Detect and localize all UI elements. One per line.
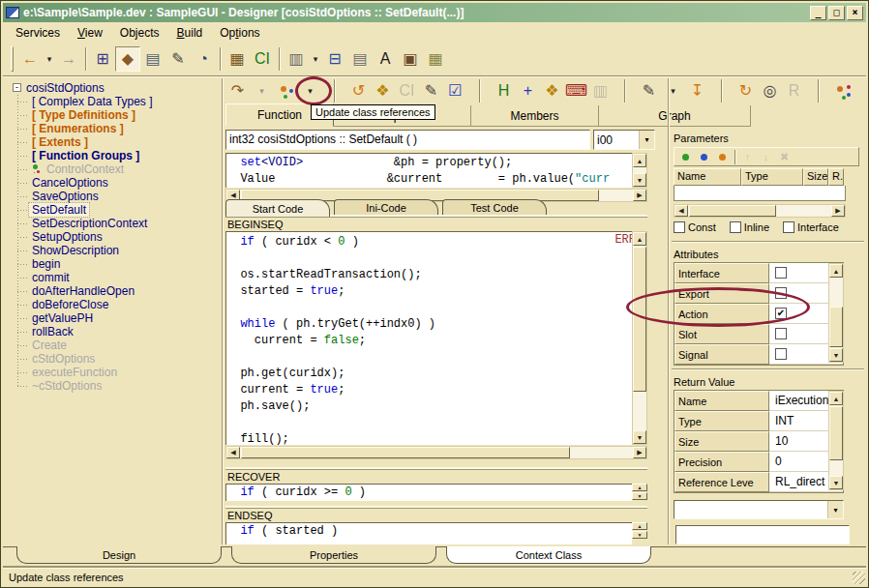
scroll-down-icon[interactable]: ▼ <box>633 430 646 444</box>
recover-spinner[interactable]: ▲ ▼ <box>632 484 647 500</box>
window-list-dropdown[interactable]: ▾ <box>309 46 322 72</box>
server-icon[interactable]: ▤ <box>347 46 373 72</box>
chevron-down-icon[interactable]: ▾ <box>639 131 654 149</box>
parameters-hscrollbar[interactable]: ◀ ▶ <box>674 204 846 218</box>
tree-item[interactable]: [ Function Groups ] <box>17 149 222 162</box>
attribute-checkbox[interactable] <box>775 348 787 360</box>
scroll-right-icon[interactable]: ▶ <box>831 205 845 217</box>
menu-options[interactable]: Options <box>211 24 268 42</box>
add-parameter-icon[interactable] <box>676 149 695 165</box>
font-icon[interactable]: A <box>373 46 398 72</box>
bottom-text-field[interactable] <box>675 525 850 544</box>
back-history-dropdown[interactable]: ▾ <box>43 46 56 72</box>
edit-document-icon[interactable]: ✎ <box>165 46 191 72</box>
hierarchy-icon[interactable]: ⊞ <box>90 46 115 72</box>
checkbox[interactable] <box>674 221 685 233</box>
tree-item[interactable]: CancelOptions <box>17 176 222 190</box>
scroll-left-icon[interactable]: ◀ <box>674 205 688 217</box>
open-context-dropdown[interactable]: ▾ <box>250 79 274 103</box>
resize-grip[interactable] <box>853 572 865 584</box>
back-icon[interactable]: ← <box>17 46 43 72</box>
code-hscrollbar[interactable]: ◀ ▶ <box>225 446 647 459</box>
scroll-right-icon[interactable]: ▶ <box>633 447 646 458</box>
add-class-icon[interactable]: ❖ <box>371 79 395 103</box>
checkbox[interactable] <box>730 221 741 233</box>
class-interface-icon[interactable]: CI <box>250 46 275 72</box>
tree-item[interactable]: commit <box>17 271 222 284</box>
edit-source-icon[interactable]: ✎ <box>637 79 661 103</box>
attributes-vscrollbar[interactable]: ▲ ▼ <box>828 263 844 363</box>
attribute-checkbox[interactable] <box>775 287 787 299</box>
scrollbar-thumb[interactable] <box>689 205 776 217</box>
tree-item[interactable]: SaveOptions <box>17 190 222 203</box>
parameter-column-header[interactable]: R. <box>828 168 844 186</box>
endseq-spinner[interactable]: ▲ ▼ <box>632 522 647 539</box>
bottom-tab[interactable]: Design <box>16 546 222 564</box>
toolbar-grip[interactable] <box>11 46 14 72</box>
object-context-icon[interactable]: ◆ <box>115 46 140 72</box>
scroll-down-icon[interactable]: ▼ <box>829 348 843 362</box>
scrollbar-thumb[interactable] <box>241 447 570 458</box>
scroll-down-icon[interactable]: ▼ <box>829 476 843 489</box>
move-up-icon[interactable]: ↑ <box>738 149 757 165</box>
function-signature-input[interactable]: int32 cosiStdOptions :: SetDefault ( ) <box>225 130 590 150</box>
menu-view[interactable]: View <box>69 24 111 42</box>
class-interface-icon-2[interactable]: CI <box>395 79 419 103</box>
open-context-icon[interactable]: ↷ <box>225 79 250 103</box>
view-tab[interactable]: Members <box>471 105 599 127</box>
spin-down-icon[interactable]: ▼ <box>632 531 647 539</box>
scroll-up-icon[interactable]: ▲ <box>633 232 646 246</box>
tree-item[interactable]: SetupOptions <box>17 230 222 244</box>
bottom-tab[interactable]: Context Class <box>446 546 651 564</box>
parameter-empty-row[interactable] <box>674 186 846 201</box>
tree-item[interactable]: SetDescriptionContext <box>17 217 222 230</box>
scrollbar-thumb[interactable] <box>829 406 843 460</box>
tree-item[interactable]: begin <box>17 257 222 271</box>
new-parameter-icon[interactable] <box>274 79 298 103</box>
return-vscrollbar[interactable]: ▲ ▼ <box>828 391 844 490</box>
tree-item[interactable]: cStdOptions <box>17 352 222 366</box>
scroll-up-icon[interactable]: ▲ <box>829 392 843 405</box>
attribute-checkbox[interactable] <box>775 328 787 339</box>
tree-item[interactable]: doAfterHandleOpen <box>17 284 222 298</box>
tree-item[interactable]: ~cStdOptions <box>17 379 222 393</box>
edit-properties-icon[interactable]: ✎ <box>419 79 443 103</box>
window-icon[interactable]: ▦ <box>423 46 448 72</box>
documentation-icon[interactable]: ▤ <box>140 46 165 72</box>
apply-check-icon[interactable]: ☑ <box>443 79 467 103</box>
tree-item[interactable]: SetDefault <box>17 203 222 217</box>
tree-item[interactable]: [ Extents ] <box>17 135 222 149</box>
close-button[interactable]: × <box>847 6 863 20</box>
endseq-code-editor[interactable]: if ( started ) <box>225 522 632 544</box>
parameter-dropdown[interactable]: ▾ <box>298 79 322 103</box>
window-list-icon[interactable]: ▥ <box>284 46 309 72</box>
tree-item[interactable]: [ Complex Data Types ] <box>17 95 222 108</box>
recover-code-editor[interactable]: if ( curidx >= 0 ) <box>225 484 632 501</box>
add-h-member-icon[interactable]: H <box>492 79 516 103</box>
scrollbar-thumb[interactable] <box>633 247 646 392</box>
move-down-icon[interactable]: ↓ <box>757 149 775 165</box>
edit-parameter-icon[interactable] <box>713 149 732 165</box>
parameter-column-header[interactable]: Size <box>803 168 828 186</box>
add-reference-icon[interactable] <box>695 149 713 165</box>
compass-icon[interactable]: ◔ <box>191 46 216 72</box>
declarations-editor[interactable]: set<VOID> &ph = property(); Value &curre… <box>225 153 632 188</box>
tree-item[interactable]: ControlContext <box>17 162 222 176</box>
code-tab[interactable]: Test Code <box>442 199 547 216</box>
parameter-column-header[interactable]: Type <box>741 168 803 186</box>
start-code-editor[interactable]: if ( curidx < 0 ) os.startReadTransactio… <box>225 231 632 445</box>
update-class-references-icon[interactable]: ↺ <box>346 79 371 103</box>
tree-item[interactable]: [ Enumerations ] <box>17 122 222 135</box>
tree-item[interactable]: ShowDescription <box>17 244 222 257</box>
code-tab[interactable]: Ini-Code <box>334 199 438 216</box>
parameter-column-header[interactable]: Name <box>674 168 741 186</box>
menu-build[interactable]: Build <box>168 24 212 42</box>
scroll-down-icon[interactable]: ▼ <box>633 173 646 187</box>
update-keyboard-icon[interactable]: ⌨ <box>564 79 588 103</box>
delete-parameter-icon[interactable]: ✖ <box>775 149 794 165</box>
forward-icon[interactable]: → <box>56 46 81 72</box>
scrollbar-thumb[interactable] <box>829 307 843 347</box>
calendar-icon[interactable]: ▦ <box>225 46 250 72</box>
members-300-icon[interactable]: ▥ <box>588 79 613 103</box>
image-icon[interactable]: ▣ <box>398 46 423 72</box>
